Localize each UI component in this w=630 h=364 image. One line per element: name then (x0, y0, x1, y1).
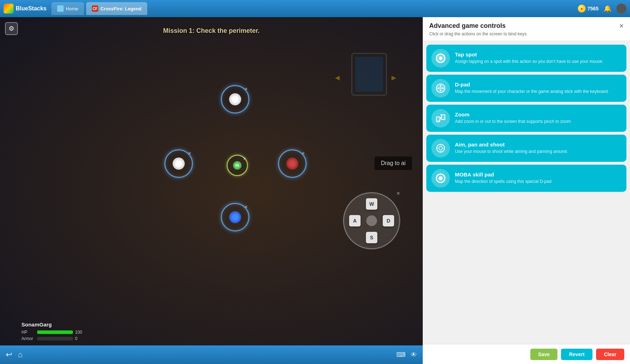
back-icon[interactable]: ↩ (6, 350, 12, 359)
keyboard-grid-icon[interactable]: ⌨ (396, 351, 406, 359)
svg-point-12 (439, 146, 442, 150)
home-icon (57, 5, 64, 12)
dpad-desc: Map the movement of your character or th… (455, 89, 621, 95)
svg-point-18 (438, 176, 443, 180)
close-tc1-icon[interactable]: ✕ (244, 87, 248, 91)
tap-circle-1[interactable]: ✕ (221, 85, 249, 114)
bottom-bar: ↩ ⌂ ⌨ 👁 (0, 345, 423, 364)
coin-icon: ● (578, 5, 586, 13)
ctrl-card-tap-spot[interactable]: Tap spot Assign tapping on a spot with t… (426, 45, 626, 72)
advanced-controls-panel: Advanced game controls Click or drag the… (423, 17, 630, 364)
key-w: W (366, 198, 377, 210)
tab-home-label: Home (66, 6, 78, 11)
wasd-pad[interactable]: ✕ W A D S (343, 192, 400, 249)
view-icon[interactable]: 👁 (411, 351, 417, 359)
zoom-icon-wrap (431, 109, 450, 128)
aim-title: Aim, pan and shoot (455, 141, 621, 148)
brand-name: BlueStacks (16, 5, 46, 12)
ctrl-card-aim[interactable]: Aim, pan and shoot Use your mouse to sho… (426, 135, 626, 162)
key-s: S (366, 232, 377, 243)
tap-spot-desc: Assign tapping on a spot with this actio… (455, 59, 621, 65)
panel-close-icon[interactable]: × (619, 22, 624, 29)
tap-circle-5[interactable]: ✕ (221, 203, 249, 231)
zoom-icon (436, 113, 446, 123)
aim-desc: Use your mouse to shoot while aiming and… (455, 149, 621, 155)
wasd-center (366, 215, 377, 226)
settings-gear-icon[interactable]: ⚙ (5, 22, 18, 35)
revert-button[interactable]: Revert (561, 349, 592, 360)
aim-icon-wrap (431, 139, 450, 158)
tc3-label: F1 (235, 164, 239, 167)
moba-text: MOBA skill pad Map the direction of spel… (455, 171, 621, 185)
game-icon: CF (92, 5, 98, 12)
panel-footer: Save Revert Clear (423, 344, 630, 364)
player-name: SonamGarg (21, 321, 82, 328)
hp-bar (37, 330, 73, 334)
moba-icon (436, 173, 446, 183)
bottom-right-controls: ⌨ 👁 (396, 351, 417, 359)
tap-circle-2[interactable]: ✕ (164, 149, 193, 178)
topbar-right: ● 7565 🔔 (578, 4, 626, 14)
coins-display: ● 7565 (578, 5, 599, 13)
tap-spot-title: Tap spot (455, 51, 621, 58)
save-button[interactable]: Save (530, 349, 558, 360)
tap-circle-5-inner (229, 211, 241, 223)
dpad-title: D-pad (455, 81, 621, 88)
hp-row: HP 100 (21, 330, 82, 335)
svg-point-11 (437, 144, 445, 152)
tap-circle-3[interactable]: F1 ✕ (227, 155, 248, 176)
svg-point-7 (439, 87, 442, 90)
dpad-icon (436, 83, 446, 93)
tap-spot-text: Tap spot Assign tapping on a spot with t… (455, 51, 621, 65)
brand-logo: BlueStacks (4, 4, 46, 14)
clear-button[interactable]: Clear (596, 349, 624, 360)
home-bottom-icon[interactable]: ⌂ (18, 350, 23, 359)
hp-value: 100 (75, 330, 82, 335)
notification-bell-icon[interactable]: 🔔 (604, 5, 611, 13)
phone-screen (355, 57, 383, 92)
phone-body (351, 53, 387, 96)
player-info: SonamGarg HP 100 Armor 0 (21, 321, 82, 343)
zoom-desc: Add zoom in or out to the screen that su… (455, 119, 621, 125)
aim-text: Aim, pan and shoot Use your mouse to sho… (455, 141, 621, 155)
topbar: BlueStacks Home CF CrossFire: Legend ● 7… (0, 0, 630, 17)
wasd-outer: W A D S (343, 192, 400, 249)
key-d: D (383, 215, 394, 226)
arrow-left-icon: ◄ (333, 73, 341, 83)
key-a: A (349, 215, 361, 226)
game-area: ⚙ Mission 1: Check the perimeter. ◄ ► ✕ … (0, 17, 423, 364)
tab-game-label: CrossFire: Legend (100, 6, 142, 11)
avatar[interactable] (616, 4, 626, 14)
hp-fill (37, 330, 73, 334)
close-tc4-icon[interactable]: ✕ (302, 151, 305, 156)
svg-point-1 (439, 56, 442, 60)
bluestacks-icon (4, 4, 14, 14)
ctrl-card-moba[interactable]: MOBA skill pad Map the direction of spel… (426, 165, 626, 192)
close-wasd-icon[interactable]: ✕ (396, 191, 400, 196)
ctrl-card-zoom[interactable]: Zoom Add zoom in or out to the screen th… (426, 105, 626, 132)
dpad-icon-wrap (431, 79, 450, 98)
close-tc3-icon[interactable]: ✕ (243, 156, 246, 161)
ctrl-card-dpad[interactable]: D-pad Map the movement of your character… (426, 75, 626, 102)
armor-label: Armor (21, 336, 35, 341)
moba-icon-wrap (431, 169, 450, 188)
tap-circle-4[interactable]: ✕ (278, 149, 307, 178)
tab-home[interactable]: Home (51, 2, 84, 15)
close-tc5-icon[interactable]: ✕ (244, 205, 248, 209)
dpad-text: D-pad Map the movement of your character… (455, 81, 621, 95)
drag-to-aim-banner: Drag to ai (374, 156, 412, 170)
panel-subtitle: Click or drag the actions on the screen … (429, 31, 527, 37)
coins-value: 7565 (587, 6, 599, 11)
tap-circle-2-inner (173, 158, 185, 170)
close-tc2-icon[interactable]: ✕ (188, 151, 191, 156)
arrow-right-icon: ► (390, 73, 398, 83)
tab-game[interactable]: CF CrossFire: Legend (86, 2, 147, 15)
tap-circle-4-inner (286, 158, 298, 170)
moba-title: MOBA skill pad (455, 171, 621, 178)
armor-row: Armor 0 (21, 336, 82, 341)
zoom-text: Zoom Add zoom in or out to the screen th… (455, 111, 621, 125)
panel-header: Advanced game controls Click or drag the… (423, 17, 630, 41)
main-layout: ⚙ Mission 1: Check the perimeter. ◄ ► ✕ … (0, 17, 630, 364)
aim-icon (436, 143, 446, 153)
tap-circle-1-inner (229, 93, 241, 105)
